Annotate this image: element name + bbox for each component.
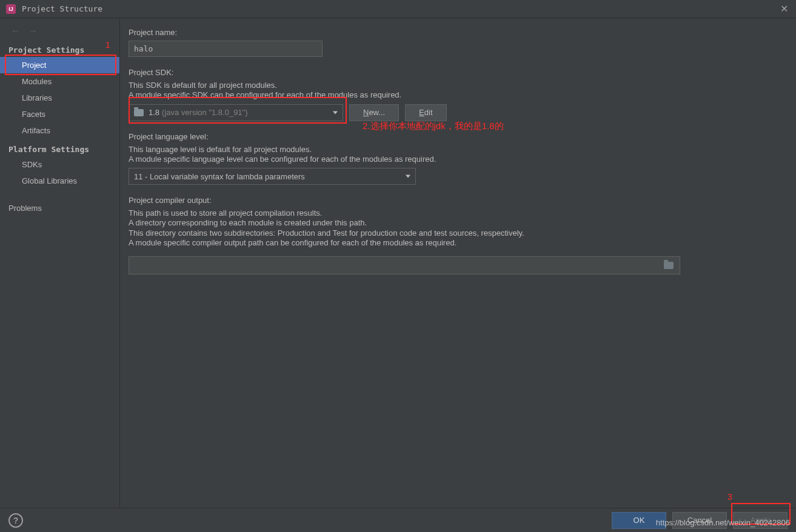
sidebar-item-label: Global Libraries: [22, 176, 77, 185]
nav-back-icon[interactable]: ←: [11, 25, 20, 36]
sidebar-item-label: Facets: [22, 110, 45, 119]
new-sdk-button[interactable]: New...: [349, 104, 399, 121]
browse-folder-icon[interactable]: [664, 262, 674, 269]
close-icon[interactable]: ✕: [778, 3, 790, 15]
sdk-value: 1.8: [149, 108, 159, 117]
button-label: OK: [634, 516, 645, 525]
compiler-output-desc3: This directory contains two subdirectori…: [129, 228, 784, 238]
edit-sdk-button[interactable]: Edit: [405, 104, 446, 121]
project-sdk-combo[interactable]: 1.8 (java version "1.8.0_91"): [129, 104, 343, 121]
annotation-text-2: 2.选择你本地配的jdk，我的是1.8的: [363, 121, 504, 132]
sdk-folder-icon: [134, 109, 144, 116]
lang-level-desc2: A module specific language level can be …: [129, 155, 784, 164]
project-name-input[interactable]: [129, 41, 323, 57]
sidebar: ← → Project Settings Project Modules Lib…: [0, 18, 120, 508]
compiler-output-desc1: This path is used to store all project c…: [129, 208, 784, 218]
button-label: New...: [363, 108, 385, 117]
lang-level-combo[interactable]: 11 - Local variable syntax for lambda pa…: [129, 168, 416, 185]
sdk-version: (java version "1.8.0_91"): [162, 108, 247, 117]
section-platform-settings: Platform Settings: [0, 142, 119, 156]
section-project-settings: Project Settings: [0, 43, 119, 57]
main-panel: Project name: Project SDK: This SDK is d…: [120, 18, 796, 508]
button-label: Edit: [419, 108, 432, 117]
titlebar: IJ Project Structure ✕: [0, 0, 796, 18]
sidebar-item-label: Problems: [8, 204, 42, 213]
help-icon[interactable]: ?: [8, 513, 23, 528]
lang-level-label: Project language level:: [129, 132, 784, 141]
chevron-down-icon: [333, 111, 338, 114]
compiler-output-desc4: A module specific compiler output path c…: [129, 238, 784, 248]
annotation-number-3: 3: [727, 492, 732, 502]
sidebar-item-label: Artifacts: [22, 126, 50, 135]
sidebar-item-project[interactable]: Project: [0, 57, 119, 73]
lang-level-desc1: This language level is default for all p…: [129, 145, 784, 155]
project-sdk-desc2: A module specific SDK can be configured …: [129, 90, 784, 100]
compiler-output-label: Project compiler output:: [129, 196, 784, 205]
sidebar-item-modules[interactable]: Modules: [0, 73, 119, 90]
project-name-label: Project name:: [129, 28, 784, 37]
window-title: Project Structure: [22, 4, 102, 13]
sidebar-item-sdks[interactable]: SDKs: [0, 156, 119, 173]
compiler-output-input[interactable]: [129, 256, 680, 274]
sidebar-item-label: Libraries: [22, 93, 52, 102]
app-icon: IJ: [6, 4, 16, 14]
watermark: https://blog.csdn.net/weixin_40242806: [656, 518, 790, 527]
compiler-output-desc2: A directory corresponding to each module…: [129, 218, 784, 228]
sidebar-item-label: Project: [22, 61, 46, 70]
chevron-down-icon: [406, 175, 410, 178]
project-sdk-desc1: This SDK is default for all project modu…: [129, 81, 784, 90]
sidebar-item-global-libraries[interactable]: Global Libraries: [0, 173, 119, 189]
nav-forward-icon[interactable]: →: [28, 25, 38, 36]
project-sdk-label: Project SDK:: [129, 68, 784, 77]
sidebar-item-problems[interactable]: Problems: [0, 200, 119, 216]
sidebar-item-label: Modules: [22, 77, 52, 86]
sidebar-item-artifacts[interactable]: Artifacts: [0, 122, 119, 139]
sidebar-item-label: SDKs: [22, 160, 42, 169]
nav-arrows: ← →: [0, 21, 119, 43]
annotation-number-1: 1: [105, 40, 110, 50]
sidebar-item-libraries[interactable]: Libraries: [0, 90, 119, 106]
lang-level-value: 11 - Local variable syntax for lambda pa…: [134, 172, 305, 181]
sidebar-item-facets[interactable]: Facets: [0, 106, 119, 122]
